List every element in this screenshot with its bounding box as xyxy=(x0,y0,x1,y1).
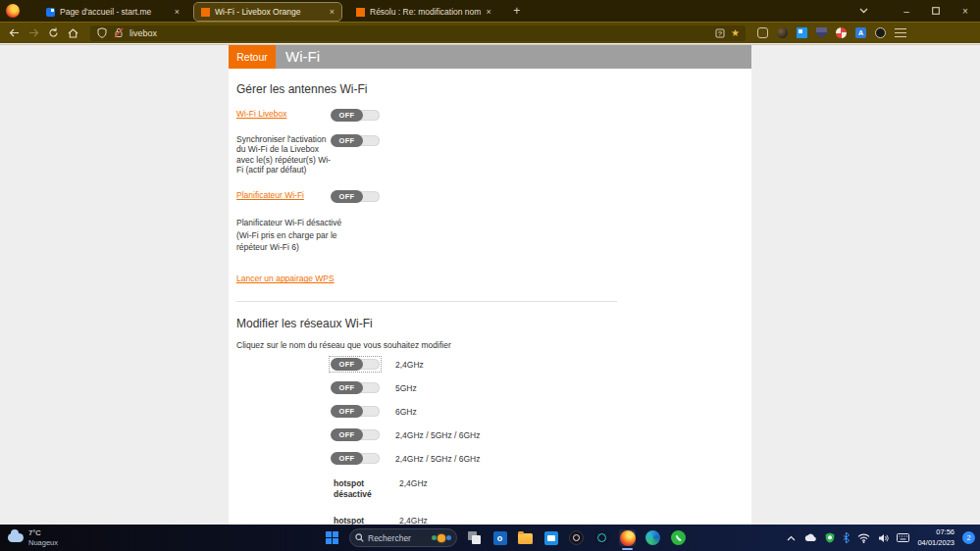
volume-icon[interactable] xyxy=(878,533,889,543)
toggle-off-label: OFF xyxy=(331,452,363,465)
task-view-button[interactable] xyxy=(466,529,483,546)
search-box[interactable]: Rechercher xyxy=(349,528,457,547)
network-toggle-6ghz[interactable]: OFF xyxy=(331,405,380,418)
translate-extension-icon[interactable]: A xyxy=(855,27,866,38)
toggle-off-label: OFF xyxy=(331,358,363,371)
new-tab-button[interactable]: + xyxy=(508,4,526,18)
network-label: 2,4GHz / 5GHz / 6GHz xyxy=(395,430,480,440)
windows-taskbar: 7°C Nuageux Rechercher o xyxy=(0,525,980,551)
tab-list-chevron-icon[interactable] xyxy=(849,0,878,22)
network-toggle-triband-2[interactable]: OFF xyxy=(331,452,380,465)
extension-globe-icon[interactable] xyxy=(777,27,788,38)
network-label: 2,4GHz xyxy=(399,478,428,488)
networks-heading: Modifier les réseaux Wi-Fi xyxy=(236,317,744,330)
back-button[interactable] xyxy=(4,25,24,42)
toggle-off-label: OFF xyxy=(331,134,363,147)
weather-temp: 7°C xyxy=(28,528,58,538)
reload-button[interactable] xyxy=(43,25,63,42)
extension-compass-icon[interactable] xyxy=(836,27,847,38)
tab-livebox-active[interactable]: Wi-Fi - Livebox Orange × xyxy=(194,3,341,21)
minimize-button[interactable]: – xyxy=(892,0,921,22)
touch-keyboard-icon[interactable] xyxy=(897,533,909,542)
search-icon xyxy=(355,533,364,542)
network-row: OFF 2,4GHz / 5GHz / 6GHz xyxy=(236,452,744,465)
page-viewport: Retour Wi-Fi Gérer les antennes Wi-Fi Wi… xyxy=(0,44,980,525)
wifi-livebox-row: Wi-Fi Livebox OFF xyxy=(236,109,744,122)
toggle-off-label: OFF xyxy=(331,190,363,203)
browser-toolbar: livebox ★ A xyxy=(0,22,980,43)
extension-dark-icon[interactable] xyxy=(875,27,886,38)
search-placeholder: Rechercher xyxy=(368,533,411,543)
tab-close-icon[interactable]: × xyxy=(486,7,490,17)
windows-logo-icon xyxy=(326,531,339,545)
tab-resolu[interactable]: Résolu : Re: modification nom × xyxy=(349,3,498,21)
smart-home-app-icon[interactable] xyxy=(568,529,585,546)
window-controls: – × xyxy=(849,0,980,22)
tab-close-icon[interactable]: × xyxy=(175,7,180,17)
search-highlight-icon xyxy=(432,534,451,542)
wifi-livebox-link[interactable]: Wi-Fi Livebox xyxy=(236,109,286,119)
toggle-off-label: OFF xyxy=(331,428,363,441)
firefox-taskbar-icon[interactable] xyxy=(619,529,636,546)
alexa-app-icon[interactable] xyxy=(593,529,610,546)
tab-title: Page d'accueil - start.me xyxy=(60,7,170,17)
menu-hamburger-icon[interactable] xyxy=(895,28,906,38)
clock-time: 07:56 xyxy=(917,527,954,537)
planner-link[interactable]: Planificateur Wi-Fi xyxy=(236,190,304,200)
sync-toggle[interactable]: OFF xyxy=(331,134,380,147)
network-row: OFF 6GHz xyxy=(236,405,744,418)
insecure-lock-icon[interactable] xyxy=(113,27,125,39)
wps-link[interactable]: Lancer un appairage WPS xyxy=(236,274,335,283)
translate-page-icon[interactable] xyxy=(714,27,726,39)
close-button[interactable]: × xyxy=(951,0,980,22)
home-button[interactable] xyxy=(63,25,82,42)
hidden-icons-chevron-icon[interactable] xyxy=(787,535,796,541)
security-shield-icon[interactable] xyxy=(825,532,835,543)
start-button[interactable] xyxy=(324,529,340,546)
networks-hint: Cliquez sur le nom du réseau que vous so… xyxy=(236,340,744,350)
extension-tile-icon[interactable] xyxy=(797,27,807,38)
planner-toggle[interactable]: OFF xyxy=(331,190,380,203)
outlook-app-icon[interactable]: o xyxy=(491,529,508,546)
network-toggle-5ghz[interactable]: OFF xyxy=(331,381,380,394)
weather-widget[interactable]: 7°C Nuageux xyxy=(8,528,58,548)
onedrive-icon[interactable] xyxy=(803,533,817,542)
toggle-off-label: OFF xyxy=(331,109,363,122)
firefox-view-button[interactable] xyxy=(0,0,26,22)
tab-start-me[interactable]: Page d'accueil - start.me × xyxy=(39,3,186,21)
extension-icon[interactable] xyxy=(757,27,768,38)
microsoft-store-icon[interactable] xyxy=(542,529,559,546)
wifi-status-icon[interactable] xyxy=(857,533,870,543)
address-bar[interactable]: livebox ★ xyxy=(90,25,746,41)
edge-taskbar-icon[interactable] xyxy=(645,529,661,546)
planner-row: Planificateur Wi-Fi OFF xyxy=(236,190,744,203)
antennas-heading: Gérer les antennes Wi-Fi xyxy=(236,82,744,96)
wifi-livebox-toggle[interactable]: OFF xyxy=(331,109,380,122)
forum-favicon-icon xyxy=(356,8,365,17)
network-toggle-2-4ghz[interactable]: OFF xyxy=(331,358,380,371)
url-text[interactable]: livebox xyxy=(129,28,709,38)
forward-button[interactable] xyxy=(24,25,43,42)
retour-button[interactable]: Retour xyxy=(229,45,276,69)
page-title: Wi-Fi xyxy=(285,45,320,69)
hotspot-status: hotspot désactivé xyxy=(334,478,383,499)
bluetooth-icon[interactable] xyxy=(843,532,850,543)
network-row: OFF 5GHz xyxy=(236,381,744,394)
network-label: 5GHz xyxy=(395,383,417,393)
tab-close-icon[interactable]: × xyxy=(330,7,335,17)
network-row: OFF 2,4GHz xyxy=(236,358,744,371)
whatsapp-taskbar-icon[interactable] xyxy=(670,529,687,546)
bookmark-star-icon[interactable]: ★ xyxy=(731,27,740,38)
toolbar-extensions: A xyxy=(757,27,906,38)
network-toggle-triband-1[interactable]: OFF xyxy=(331,428,380,441)
clock-date: 04/01/2023 xyxy=(917,538,954,548)
page-header: Retour Wi-Fi xyxy=(229,45,751,69)
notification-badge[interactable]: 2 xyxy=(962,531,975,544)
tracking-protection-shield-icon[interactable] xyxy=(96,27,108,39)
taskbar-clock[interactable]: 07:56 04/01/2023 xyxy=(917,527,954,547)
livebox-favicon-icon xyxy=(201,8,210,17)
ublock-shield-icon[interactable] xyxy=(816,27,827,38)
file-explorer-icon[interactable] xyxy=(517,529,534,546)
network-row: OFF 2,4GHz / 5GHz / 6GHz xyxy=(236,428,744,441)
maximize-button[interactable] xyxy=(921,0,951,22)
